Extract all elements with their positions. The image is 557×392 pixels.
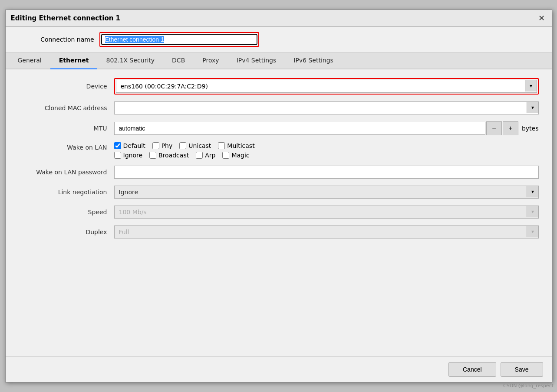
device-select-wrap: ens160 (00:0C:29:7A:C2:D9) ▾ xyxy=(114,78,539,95)
cloned-mac-dropdown-btn[interactable]: ▾ xyxy=(527,102,538,113)
speed-value: 100 Mb/s xyxy=(115,206,527,218)
tab-dcb[interactable]: DCB xyxy=(163,52,194,69)
dialog-title: Editing Ethernet connection 1 xyxy=(11,14,121,22)
wake-ignore-checkbox[interactable] xyxy=(114,152,121,159)
duplex-label: Duplex xyxy=(19,229,114,235)
title-bar: Editing Ethernet connection 1 ✕ xyxy=(6,10,552,27)
link-negotiation-value: Ignore xyxy=(115,186,527,198)
tab-proxy[interactable]: Proxy xyxy=(194,52,227,69)
wake-password-row: Wake on LAN password xyxy=(19,166,539,179)
wake-phy[interactable]: Phy xyxy=(152,142,173,149)
wake-on-lan-label: Wake on LAN xyxy=(19,142,114,151)
save-button[interactable]: Save xyxy=(501,362,543,377)
content: Device ens160 (00:0C:29:7A:C2:D9) ▾ Clon… xyxy=(6,69,552,356)
wake-row-1: Default Phy Unicast Multicast xyxy=(114,142,255,149)
wake-phy-checkbox[interactable] xyxy=(152,142,159,149)
wake-password-control xyxy=(114,166,539,179)
cloned-mac-input-wrap: ▾ xyxy=(114,101,539,114)
duplex-value: Full xyxy=(115,226,527,238)
tabs: General Ethernet 802.1X Security DCB Pro… xyxy=(6,52,552,69)
tab-security[interactable]: 802.1X Security xyxy=(97,52,163,69)
tab-general[interactable]: General xyxy=(9,52,50,69)
watermark: CSDN @long_respect xyxy=(503,383,554,389)
connection-name-label: Connection name xyxy=(13,36,99,43)
footer: Cancel Save xyxy=(6,356,552,382)
mtu-minus-button[interactable]: − xyxy=(486,121,502,135)
wake-magic[interactable]: Magic xyxy=(222,152,249,159)
speed-row: Speed 100 Mb/s ▾ xyxy=(19,206,539,219)
tab-ethernet[interactable]: Ethernet xyxy=(50,52,98,69)
wake-broadcast-checkbox[interactable] xyxy=(149,152,156,159)
cloned-mac-label: Cloned MAC address xyxy=(19,105,114,111)
duplex-row: Duplex Full ▾ xyxy=(19,225,539,238)
wake-arp[interactable]: Arp xyxy=(196,152,215,159)
device-value: ens160 (00:0C:29:7A:C2:D9) xyxy=(116,80,525,92)
wake-magic-checkbox[interactable] xyxy=(222,152,229,159)
wake-password-label: Wake on LAN password xyxy=(19,169,114,176)
device-select[interactable]: ens160 (00:0C:29:7A:C2:D9) ▾ xyxy=(116,80,537,93)
speed-label: Speed xyxy=(19,209,114,216)
wake-default-checkbox[interactable] xyxy=(114,142,121,149)
speed-dropdown-btn: ▾ xyxy=(527,206,538,217)
tab-ipv6[interactable]: IPv6 Settings xyxy=(285,52,342,69)
tab-ipv4[interactable]: IPv4 Settings xyxy=(228,52,285,69)
wake-password-input[interactable] xyxy=(114,166,539,179)
wake-unicast[interactable]: Unicast xyxy=(179,142,211,149)
cancel-button[interactable]: Cancel xyxy=(448,362,496,377)
connection-name-input[interactable] xyxy=(101,34,257,45)
duplex-dropdown-btn: ▾ xyxy=(527,226,538,237)
connection-name-row: Connection name xyxy=(6,27,552,52)
link-negotiation-row: Link negotiation Ignore ▾ xyxy=(19,186,539,199)
mtu-input[interactable] xyxy=(114,122,485,135)
mtu-label: MTU xyxy=(19,125,114,132)
link-negotiation-control: Ignore ▾ xyxy=(114,186,539,199)
device-row: Device ens160 (00:0C:29:7A:C2:D9) ▾ xyxy=(19,78,539,95)
wake-multicast[interactable]: Multicast xyxy=(218,142,254,149)
speed-select: 100 Mb/s ▾ xyxy=(114,206,539,219)
duplex-select: Full ▾ xyxy=(114,225,539,238)
wake-row-2: Ignore Broadcast Arp Magic xyxy=(114,152,255,159)
wake-multicast-checkbox[interactable] xyxy=(218,142,225,149)
cloned-mac-input[interactable] xyxy=(115,102,527,114)
duplex-control: Full ▾ xyxy=(114,225,539,238)
cloned-mac-control: ▾ xyxy=(114,101,539,114)
mtu-unit: bytes xyxy=(522,125,539,132)
mtu-row: MTU − + bytes xyxy=(19,121,539,135)
mtu-plus-button[interactable]: + xyxy=(503,121,518,135)
link-negotiation-dropdown-btn[interactable]: ▾ xyxy=(527,186,538,197)
cloned-mac-row: Cloned MAC address ▾ xyxy=(19,101,539,114)
device-control-wrap: ens160 (00:0C:29:7A:C2:D9) ▾ xyxy=(114,78,539,95)
close-button[interactable]: ✕ xyxy=(537,13,547,23)
wake-on-lan-row: Wake on LAN Default Phy Unicast xyxy=(19,142,539,159)
connection-name-input-wrap xyxy=(99,32,259,47)
wake-arp-checkbox[interactable] xyxy=(196,152,203,159)
mtu-control: − + bytes xyxy=(114,121,539,135)
dialog: Editing Ethernet connection 1 ✕ Connecti… xyxy=(5,10,552,382)
wake-unicast-checkbox[interactable] xyxy=(179,142,186,149)
wake-on-lan-options: Default Phy Unicast Multicast xyxy=(114,142,539,159)
speed-control: 100 Mb/s ▾ xyxy=(114,206,539,219)
device-dropdown-btn[interactable]: ▾ xyxy=(525,80,537,91)
wake-default[interactable]: Default xyxy=(114,142,145,149)
link-negotiation-label: Link negotiation xyxy=(19,189,114,196)
link-negotiation-select[interactable]: Ignore ▾ xyxy=(114,186,539,199)
wake-broadcast[interactable]: Broadcast xyxy=(149,152,189,159)
wake-ignore[interactable]: Ignore xyxy=(114,152,143,159)
device-label: Device xyxy=(19,83,114,90)
